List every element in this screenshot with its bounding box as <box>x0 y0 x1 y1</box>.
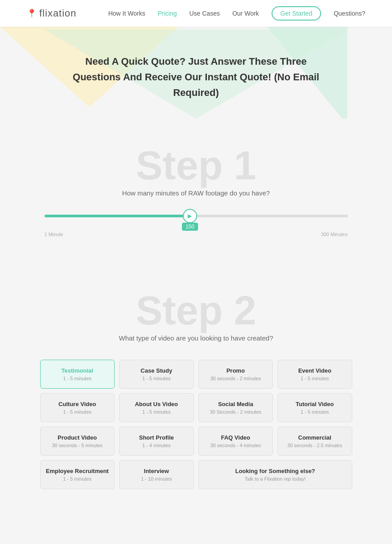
step1-question: How many minutes of RAW footage do you h… <box>9 189 383 197</box>
video-card-name: Short Profile <box>124 434 189 441</box>
nav-use-cases[interactable]: Use Cases <box>189 10 219 17</box>
step3-label: Step 3 <box>9 543 383 544</box>
video-card-duration: Talk to a Flixation rep today! <box>203 476 347 482</box>
video-card-name: Commercial <box>282 434 347 441</box>
video-card-name: Case Study <box>124 367 189 374</box>
nav-pricing[interactable]: Pricing <box>158 10 177 17</box>
video-card-duration: 30 seconds - 4 minutes <box>203 443 268 448</box>
video-card-duration: 30 seconds - 5 minutes <box>45 443 110 448</box>
video-card-duration: 1 - 5 minutes <box>282 409 347 415</box>
video-card-duration: 1 - 5 minutes <box>124 409 189 415</box>
video-type-card[interactable]: Event Video 1 - 5 minutes <box>277 360 352 389</box>
video-card-duration: 30 seconds - 2 minutes <box>203 376 268 381</box>
slider-labels: 1 Minute 300 Minutes <box>45 232 348 237</box>
navbar: 📍 flixation How It Works Pricing Use Cas… <box>0 0 392 27</box>
slider-container: ▶ 150 1 Minute 300 Minutes <box>45 215 348 237</box>
video-card-duration: 1 - 5 minutes <box>45 376 110 381</box>
video-type-card[interactable]: Short Profile 1 - 4 minutes <box>119 427 194 456</box>
step3-section: Step 3 How soon do you need it by? Top P… <box>0 516 392 544</box>
slider-min-label: 1 Minute <box>45 232 63 237</box>
hero-text: Need A Quick Quote? Just Answer These Th… <box>62 54 330 101</box>
hero-title: Need A Quick Quote? Just Answer These Th… <box>62 54 330 101</box>
video-type-card[interactable]: FAQ Video 30 seconds - 4 minutes <box>198 427 273 456</box>
slider-value: 150 <box>182 223 198 231</box>
video-type-card[interactable]: Interview 1 - 10 minutes <box>119 460 194 489</box>
video-card-name: Product Video <box>45 434 110 441</box>
step2-label: Step 2 <box>9 291 383 331</box>
video-type-card[interactable]: Social Media 30 Seconds - 2 minutes <box>198 393 273 422</box>
nav-our-work[interactable]: Our Work <box>232 10 259 17</box>
step1-label: Step 1 <box>9 145 383 186</box>
hero-section: Need A Quick Quote? Just Answer These Th… <box>0 27 392 119</box>
logo[interactable]: 📍 flixation <box>27 8 77 19</box>
video-card-name: Testimonial <box>45 367 110 374</box>
nav-questions[interactable]: Questions? <box>334 10 365 17</box>
step2-question: What type of video are you looking to ha… <box>9 334 383 342</box>
nav-links: How It Works Pricing Use Cases Our Work … <box>108 6 365 21</box>
video-type-card[interactable]: Employee Recruitment 1 - 5 minutes <box>40 460 115 489</box>
video-card-name: Promo <box>203 367 268 374</box>
video-type-card[interactable]: Case Study 1 - 5 minutes <box>119 360 194 389</box>
video-card-duration: 30 seconds - 2.5 minutes <box>282 443 347 448</box>
logo-icon: 📍 <box>27 8 37 18</box>
video-card-name: Looking for Something else? <box>203 468 347 474</box>
video-card-duration: 1 - 5 minutes <box>282 376 347 381</box>
slider-track: ▶ 150 <box>45 215 348 217</box>
video-type-card[interactable]: Testimonial 1 - 5 minutes <box>40 360 115 389</box>
video-type-card[interactable]: About Us Video 1 - 5 minutes <box>119 393 194 422</box>
video-type-card[interactable]: Commercial 30 seconds - 2.5 minutes <box>277 427 352 456</box>
video-card-duration: 1 - 5 minutes <box>45 476 110 482</box>
logo-text: flixation <box>39 8 77 19</box>
video-type-card[interactable]: Culture Video 1 - 5 minutes <box>40 393 115 422</box>
video-type-card[interactable]: Tutorial Video 1 - 5 minutes <box>277 393 352 422</box>
step1-section: Step 1 How many minutes of RAW footage d… <box>0 119 392 264</box>
video-type-card[interactable]: Looking for Something else? Talk to a Fl… <box>198 460 352 489</box>
video-type-grid: Testimonial 1 - 5 minutes Case Study 1 -… <box>40 360 352 489</box>
video-card-duration: 30 Seconds - 2 minutes <box>203 409 268 415</box>
step2-section: Step 2 What type of video are you lookin… <box>0 264 392 516</box>
video-card-name: About Us Video <box>124 401 189 407</box>
video-card-duration: 1 - 10 minutes <box>124 476 189 482</box>
video-card-name: FAQ Video <box>203 434 268 441</box>
video-card-duration: 1 - 5 minutes <box>45 409 110 415</box>
video-card-name: Interview <box>124 468 189 474</box>
video-card-name: Employee Recruitment <box>45 468 110 474</box>
video-card-name: Culture Video <box>45 401 110 407</box>
video-card-duration: 1 - 5 minutes <box>124 376 189 381</box>
slider-max-label: 300 Minutes <box>321 232 348 237</box>
video-type-card[interactable]: Product Video 30 seconds - 5 minutes <box>40 427 115 456</box>
video-card-name: Event Video <box>282 367 347 374</box>
video-card-duration: 1 - 4 minutes <box>124 443 189 448</box>
video-card-name: Social Media <box>203 401 268 407</box>
video-card-name: Tutorial Video <box>282 401 347 407</box>
nav-how-it-works[interactable]: How It Works <box>108 10 145 17</box>
video-type-card[interactable]: Promo 30 seconds - 2 minutes <box>198 360 273 389</box>
get-started-button[interactable]: Get Started <box>272 6 322 21</box>
